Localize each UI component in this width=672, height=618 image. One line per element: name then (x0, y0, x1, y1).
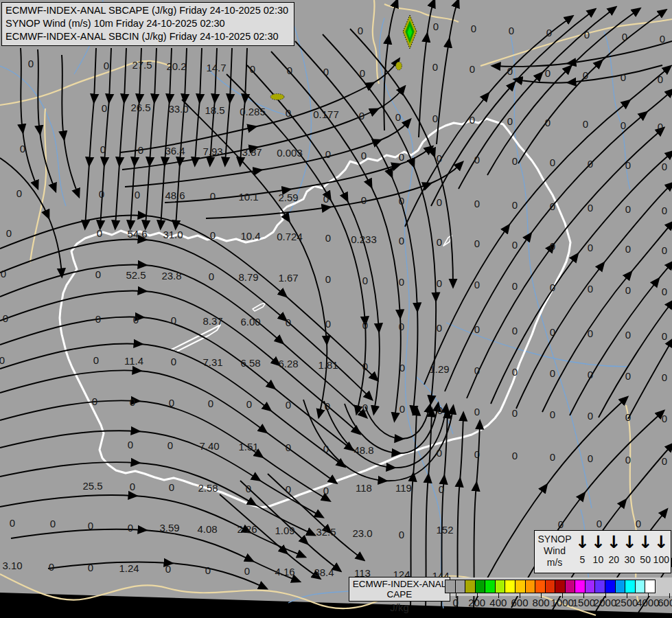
station-value: 0 (583, 69, 588, 81)
station-value: 0 (399, 362, 405, 374)
station-value: 0 (133, 314, 139, 325)
synop-speed-entry: ↓100 (653, 531, 669, 573)
synop-legend-title: SYNOP Wind m/s (535, 531, 575, 573)
station-value: 0 (362, 360, 368, 372)
station-value: 0 (625, 284, 631, 296)
title-line-sbcape: ECMWF-INDEX-ANAL SBCAPE (J/kg) Friday 24… (5, 4, 288, 17)
synop-speed-entry: ↓10 (590, 531, 606, 573)
station-value: 23.0 (352, 527, 372, 539)
station-value: 0 (209, 271, 214, 282)
station-value: 0 (588, 242, 593, 253)
station-value: 20.2 (166, 60, 186, 72)
station-value: 0 (208, 398, 213, 409)
station-value: 0 (512, 199, 518, 211)
station-value: 0 (138, 144, 143, 156)
station-value: 1.51 (238, 441, 258, 453)
station-value: 3.87 (242, 146, 262, 158)
station-value: 0 (399, 235, 404, 247)
station-value: 0 (323, 485, 329, 496)
synop-speed-scale: ↓5↓10↓20↓30↓50↓100 (575, 531, 671, 573)
station-value: 0 (250, 63, 255, 75)
station-value: 0 (323, 443, 329, 455)
station-value: 0 (1, 268, 6, 279)
station-value: 0 (92, 396, 97, 407)
cape-color-swatch (605, 580, 616, 593)
cape-tick-label: 400 (489, 597, 507, 608)
station-value: 6.00 (240, 316, 260, 328)
station-value: 0 (583, 118, 588, 130)
station-value: 0 (545, 67, 551, 79)
station-value: 0 (550, 326, 555, 338)
wind-speed-label: 10 (593, 554, 604, 565)
wind-arrow-icon: ↓ (607, 531, 621, 554)
station-value: 0 (588, 202, 593, 214)
station-value: 0 (596, 518, 602, 529)
station-value: 4.16 (275, 566, 294, 577)
cape-tick-label: 200 (468, 597, 485, 608)
synop-speed-entry: ↓50 (638, 531, 653, 573)
station-value: 0 (558, 518, 564, 530)
station-value: 0 (10, 517, 15, 529)
cape-legend-units: J/kg (379, 602, 420, 613)
station-value: 0 (167, 439, 173, 451)
station-value: 0 (16, 187, 22, 199)
cape-color-swatch (455, 580, 466, 593)
wind-speed-label: 100 (653, 554, 669, 565)
cape-color-swatch (475, 580, 486, 593)
synop-speed-entry: ↓30 (622, 531, 638, 573)
station-value: 0 (95, 268, 101, 280)
station-value: 6.28 (278, 358, 298, 369)
weather-map-canvas[interactable]: 000000000027.520.214.700000000000026.533… (0, 0, 672, 618)
station-value: 10.4 (240, 230, 260, 242)
station-value: 0 (625, 203, 631, 215)
station-value: 0 (658, 73, 663, 85)
station-value: 0 (662, 330, 667, 342)
cape-tick-label: 600 (511, 597, 528, 608)
station-value: 14.7 (206, 62, 226, 73)
station-value: 0 (512, 450, 518, 461)
station-value: 0 (662, 455, 667, 467)
wind-arrow-icon: ↓ (575, 531, 590, 554)
cape-tick-label: 1000 (551, 597, 574, 608)
station-value: 0 (97, 227, 102, 239)
station-value: 0 (474, 323, 480, 335)
station-value: 0 (470, 63, 475, 75)
station-value: 0 (130, 396, 135, 408)
cape-color-swatch (555, 580, 566, 593)
station-value: 11.4 (124, 355, 143, 367)
cape-color-swatch (525, 580, 536, 593)
station-value: 2.58 (198, 482, 218, 494)
station-value: 0 (550, 451, 555, 463)
station-value: 0 (625, 159, 631, 171)
station-value: 38.4 (314, 566, 334, 578)
station-value: 0 (662, 413, 667, 424)
station-value: 0 (246, 483, 251, 494)
wind-arrow-icon: ↓ (638, 531, 653, 554)
station-value: 0 (588, 158, 593, 170)
cape-color-swatch (645, 580, 656, 593)
station-value: 0 (286, 317, 291, 328)
station-value: 0 (437, 447, 442, 459)
station-value: 0 (49, 561, 54, 573)
station-value: 0 (550, 157, 555, 168)
station-value: 8.37 (202, 315, 222, 327)
station-value: 1.24 (119, 562, 139, 574)
station-value: 0 (205, 564, 211, 576)
cape-color-swatch (445, 580, 456, 593)
station-value: 26.5 (130, 102, 150, 113)
station-value: 0 (507, 65, 513, 77)
station-value: 2.59 (278, 192, 298, 203)
synop-speed-entry: ↓5 (575, 531, 590, 573)
wind-speed-label: 50 (640, 554, 651, 565)
station-value: 0 (362, 402, 368, 413)
cape-color-swatch (565, 580, 576, 593)
cape-tick-label: 0 (452, 597, 458, 608)
station-value: 0 (512, 155, 518, 167)
station-value: 0 (625, 454, 631, 466)
station-value: 0 (362, 275, 368, 286)
station-value: 0 (550, 201, 555, 212)
station-value: 0 (622, 31, 627, 43)
station-value: 0 (399, 151, 404, 163)
station-value: 48.8 (354, 444, 373, 456)
cape-color-swatch (585, 580, 596, 593)
